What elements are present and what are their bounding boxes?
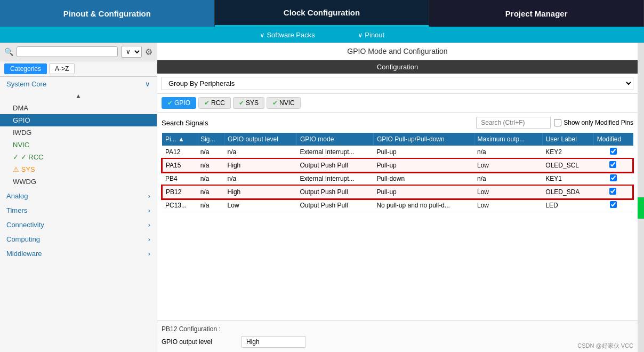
show-modified-row: Show only Modified Pins [554,119,633,126]
table-row[interactable]: PB4n/an/aExternal Interrupt...Pull-downn… [162,172,633,186]
pb12-config: PB12 Configuration : GPIO output level H… [157,321,638,352]
tab-rcc[interactable]: ✔ RCC [198,97,231,109]
table-cell: External Interrupt... [297,146,374,159]
pinout-config-tab[interactable]: Pinout & Configuration [0,0,215,27]
table-cell: PA12 [162,146,197,159]
project-manager-tab[interactable]: Project Manager [429,0,644,27]
timers-chevron: › [148,206,150,214]
table-cell: Pull-up [373,146,474,159]
content-title: GPIO Mode and Configuration [157,43,638,60]
gpio-tab-label: GPIO [174,99,190,107]
rcc-tab-label: RCC [211,99,225,107]
software-packs-menu[interactable]: ∨ Software Packs [260,31,315,39]
group-by-row: Group By Peripherals [157,74,638,94]
clock-config-tab[interactable]: Clock Configuration [215,0,430,27]
nvic-check-icon: ✔ [272,99,278,107]
top-navigation: Pinout & Configuration Clock Configurati… [0,0,644,27]
table-cell: n/a [474,146,542,159]
analog-chevron: › [148,192,150,200]
modified-cell[interactable] [593,146,633,159]
col-max-output: Maximum outp... [474,133,542,146]
col-modified: Modified [593,133,633,146]
analog-section[interactable]: Analog › [0,189,157,203]
system-core-section[interactable]: System Core ∨ [0,77,157,91]
computing-chevron: › [148,235,150,243]
middleware-section[interactable]: Middleware › [0,246,157,261]
col-signal: Sig... [197,133,224,146]
sub-navigation: ∨ Software Packs ∨ Pinout [0,27,644,43]
modified-checkbox[interactable] [610,174,617,181]
table-cell: n/a [474,172,542,186]
sidebar-item-dma[interactable]: DMA [0,102,157,114]
table-row[interactable]: PA15n/aHighOutput Push PullPull-upLowOLE… [162,159,633,172]
table-cell: Pull-up [373,186,474,199]
table-cell: n/a [197,159,224,172]
sidebar-item-wwdg[interactable]: WWDG [0,175,157,188]
tab-categories[interactable]: Categories [4,63,47,74]
content-area: GPIO Mode and Configuration Configuratio… [157,43,638,352]
col-output-level: GPIO output level [224,133,297,146]
sidebar-item-gpio[interactable]: GPIO [0,114,157,126]
table-cell: OLED_SCL [542,159,593,172]
gear-icon[interactable]: ⚙ [145,47,152,57]
modified-checkbox[interactable] [609,161,616,168]
tab-sys[interactable]: ✔ SYS [233,97,264,109]
search-signals-right: Show only Modified Pins [476,117,633,129]
table-cell: Low [474,159,542,172]
computing-section[interactable]: Computing › [0,232,157,246]
table-cell: Output Push Pull [297,186,374,199]
pb12-config-title: PB12 Configuration : [162,325,633,333]
table-cell: PA15 [162,159,197,172]
table-row[interactable]: PC13...n/aLowOutput Push PullNo pull-up … [162,199,633,212]
table-cell: PB4 [162,172,197,186]
system-core-items: DMA GPIO IWDG NVIC ✓ RCC SYS WWDG [0,101,157,189]
tab-gpio[interactable]: ✔ GPIO [162,97,196,109]
search-dropdown[interactable]: ∨ [121,46,142,58]
modified-cell[interactable] [593,159,633,172]
scrollbar-thumb [638,197,644,219]
config-bar: Configuration [157,60,638,74]
sidebar-item-nvic[interactable]: NVIC [0,139,157,151]
modified-checkbox[interactable] [610,201,617,208]
pinout-menu[interactable]: ∨ Pinout [358,31,384,39]
table-cell: n/a [197,172,224,186]
table-row[interactable]: PA12n/an/aExternal Interrupt...Pull-upn/… [162,146,633,159]
search-input[interactable] [17,46,118,57]
table-cell: PC13... [162,199,197,212]
right-scrollbar[interactable] [638,43,644,352]
modified-checkbox[interactable] [610,148,617,155]
table-cell: n/a [224,146,297,159]
modified-checkbox[interactable] [609,188,616,195]
system-core-label: System Core [6,80,46,88]
analog-label: Analog [6,192,28,200]
table-cell: Pull-up [373,159,474,172]
modified-cell[interactable] [593,199,633,212]
tab-nvic[interactable]: ✔ NVIC [267,97,301,109]
sidebar-item-rcc[interactable]: ✓ RCC [0,151,157,163]
table-cell: Output Push Pull [297,199,374,212]
table-cell: High [224,159,297,172]
show-modified-checkbox[interactable] [554,119,561,126]
modified-cell[interactable] [593,172,633,186]
sidebar-item-iwdg[interactable]: IWDG [0,126,157,139]
table-cell: Output Push Pull [297,159,374,172]
col-mode: GPIO mode [297,133,374,146]
table-header-row: Pi... ▲ Sig... GPIO output level GPIO mo… [162,133,633,146]
sidebar-item-sys[interactable]: SYS [0,163,157,175]
search-signals-input[interactable] [476,117,551,129]
gpio-table-container: Pi... ▲ Sig... GPIO output level GPIO mo… [157,133,638,321]
gpio-check-icon: ✔ [167,99,173,107]
search-signals-area: Search Signals Show only Modified Pins [157,113,638,133]
tab-a-z[interactable]: A->Z [49,63,75,74]
rcc-check-icon: ✔ [204,99,210,107]
table-cell: KEY1 [542,172,593,186]
group-by-select[interactable]: Group By Peripherals [162,77,633,90]
pb12-output-level-value: High [241,336,305,348]
system-core-chevron: ∨ [145,80,150,88]
modified-cell[interactable] [593,186,633,199]
table-cell: n/a [197,186,224,199]
connectivity-section[interactable]: Connectivity › [0,218,157,232]
timers-section[interactable]: Timers › [0,203,157,218]
pb12-output-level-label: GPIO output level [162,338,241,346]
table-row[interactable]: PB12n/aHighOutput Push PullPull-upLowOLE… [162,186,633,199]
